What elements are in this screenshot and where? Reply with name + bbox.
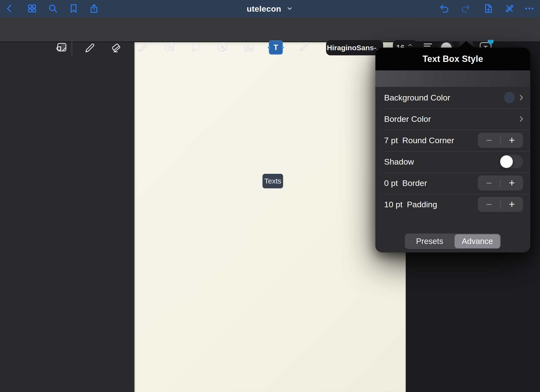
row-round-corner: 7 pt Round Corner − +	[375, 130, 530, 151]
share-icon	[89, 3, 99, 15]
row-divider	[384, 172, 530, 173]
tools-toolbar: T HiraginoSans-... 16 T	[0, 18, 540, 42]
padding-decrease-button[interactable]: −	[478, 197, 500, 212]
popover-arrow	[458, 41, 475, 48]
presets-tab[interactable]: Presets	[405, 234, 455, 249]
popover-title: Text Box Style	[422, 54, 483, 64]
shadow-toggle-off[interactable]	[500, 155, 523, 168]
tool-laser[interactable]	[295, 40, 311, 55]
chevron-down-icon	[286, 5, 293, 13]
add-page-button[interactable]	[481, 2, 495, 16]
back-chevron-icon	[4, 3, 15, 15]
padding-increase-button[interactable]: +	[501, 197, 523, 212]
thumbnails-button[interactable]	[25, 2, 39, 16]
more-options-button[interactable]	[523, 2, 536, 16]
tool-pen[interactable]	[82, 40, 97, 55]
canvas-surround-left	[0, 42, 134, 392]
highlighter-icon	[136, 41, 149, 54]
document-title: utelecon	[247, 4, 281, 14]
row-label: Round Corner	[402, 136, 454, 145]
border-width-stepper: − +	[478, 175, 523, 191]
redo-icon	[460, 3, 471, 15]
lasso-icon	[190, 41, 202, 54]
undo-icon	[439, 3, 450, 15]
search-button[interactable]	[46, 2, 60, 16]
tool-sticker[interactable]	[215, 40, 230, 55]
border-increase-button[interactable]: +	[501, 175, 523, 191]
text-tool-label: T	[274, 43, 278, 52]
round-corner-value: 7 pt	[384, 136, 398, 145]
round-corner-decrease-button[interactable]: −	[478, 133, 500, 148]
add-page-icon	[483, 3, 493, 15]
row-label: Shadow	[384, 157, 414, 167]
text-object-label: Texts	[264, 177, 281, 185]
round-corner-stepper: − +	[478, 133, 523, 148]
border-width-value: 0 pt	[384, 178, 398, 188]
chevron-right-icon	[517, 93, 525, 102]
edit-mode-icon	[55, 41, 68, 54]
toolbar-divider	[72, 40, 72, 56]
tool-image[interactable]	[241, 40, 257, 55]
redo-button[interactable]	[459, 2, 472, 16]
font-family-label: HiraginoSans-...	[327, 44, 382, 52]
background-color-swatch	[504, 92, 515, 103]
stylus-off-icon	[504, 3, 515, 15]
search-icon	[48, 3, 58, 15]
back-button[interactable]	[3, 2, 17, 16]
bookmark-button[interactable]	[67, 2, 80, 16]
laser-pointer-icon	[296, 41, 309, 54]
padding-stepper: − +	[478, 197, 523, 212]
ellipsis-icon	[524, 3, 535, 15]
shapes-icon	[163, 41, 175, 54]
undo-button[interactable]	[438, 2, 451, 16]
round-corner-increase-button[interactable]: +	[501, 133, 523, 148]
presets-advance-segmented-control: Presets Advance	[405, 234, 501, 249]
row-divider	[384, 108, 530, 109]
tool-lasso[interactable]	[188, 40, 204, 55]
popover-preview-band	[375, 70, 530, 87]
tool-text-selected[interactable]: T	[269, 41, 283, 55]
chevron-right-icon	[517, 115, 525, 123]
row-label: Border Color	[384, 114, 431, 124]
tool-highlighter[interactable]	[135, 40, 151, 55]
text-object[interactable]: Texts	[262, 174, 283, 188]
row-label: Border	[402, 178, 427, 188]
document-title-menu[interactable]: utelecon	[247, 4, 293, 14]
advance-tab-selected[interactable]: Advance	[455, 234, 500, 248]
selection-handle-left	[268, 47, 270, 49]
app-window: utelecon	[0, 0, 540, 392]
row-divider	[384, 194, 530, 194]
toggle-knob	[500, 155, 513, 168]
eraser-icon	[110, 41, 122, 54]
document-page-canvas[interactable]	[134, 42, 406, 392]
bookmark-icon	[68, 3, 79, 15]
row-divider	[384, 151, 530, 151]
font-family-button[interactable]: HiraginoSans-...	[326, 40, 383, 55]
stylus-toggle-button[interactable]	[503, 2, 516, 16]
heart-badge-icon	[487, 39, 495, 46]
row-divider	[384, 130, 530, 130]
row-label: Padding	[407, 200, 437, 209]
row-label: Background Color	[384, 93, 450, 102]
top-navigation-bar: utelecon	[0, 0, 540, 18]
selection-handle-right	[282, 47, 284, 49]
sticker-icon	[216, 41, 229, 54]
edit-mode-toggle[interactable]	[54, 40, 69, 55]
row-border-color[interactable]: Border Color	[375, 108, 530, 130]
border-decrease-button[interactable]: −	[478, 175, 500, 191]
padding-value: 10 pt	[384, 200, 403, 209]
tool-shapes[interactable]	[161, 40, 177, 55]
row-padding: 10 pt Padding − +	[375, 194, 530, 215]
tool-eraser[interactable]	[108, 40, 124, 55]
popover-header: Text Box Style	[375, 48, 530, 70]
share-button[interactable]	[87, 2, 101, 16]
row-border-width: 0 pt Border − +	[375, 172, 530, 194]
row-background-color[interactable]: Background Color	[375, 87, 530, 108]
row-shadow: Shadow	[375, 151, 530, 172]
grid-icon	[27, 3, 37, 15]
text-box-style-popover: Text Box Style Background Color Border C…	[375, 48, 530, 252]
image-icon	[243, 41, 255, 54]
pen-icon	[83, 41, 96, 54]
